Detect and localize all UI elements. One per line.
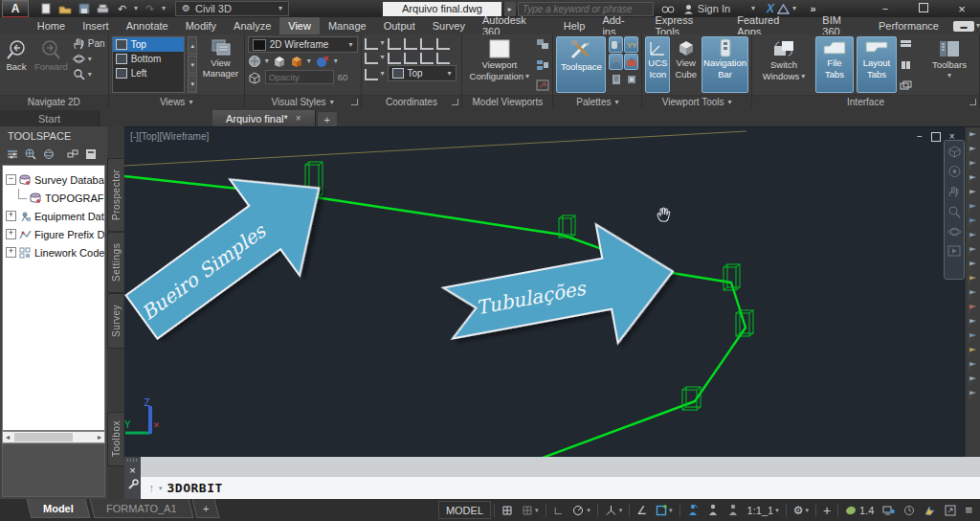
view-cube-toggle-button[interactable]: View Cube: [673, 36, 699, 93]
navbar-showmotion-icon[interactable]: [947, 245, 961, 257]
polar-tracking-toggle[interactable]: ▾: [568, 501, 594, 519]
ucs-object-icon[interactable]: [404, 38, 417, 50]
tree-item-equipment-databases[interactable]: + Equipment Datab...: [3, 207, 104, 225]
new-file-icon[interactable]: [38, 2, 53, 15]
navigation-bar-toggle-button[interactable]: Navigation Bar: [702, 36, 748, 93]
zoom-globe-icon[interactable]: [25, 148, 36, 160]
pipeline-polyline[interactable]: [124, 176, 746, 458]
layout-tab-model[interactable]: Model: [27, 499, 91, 518]
tab-add-ins[interactable]: Add-ins: [593, 17, 646, 34]
survey-tool-icon-16[interactable]: [968, 347, 978, 357]
settings-palette-icon[interactable]: YYY: [624, 36, 638, 53]
undo-icon[interactable]: ↶: [115, 2, 129, 15]
osnap-caret-icon[interactable]: ▾: [669, 507, 673, 514]
dialog-launcher-icon[interactable]: [351, 99, 358, 105]
toolspace-tab-settings[interactable]: Settings: [107, 232, 123, 293]
new-drawing-tab-button[interactable]: +: [318, 112, 337, 126]
navbar-viewcube-icon[interactable]: [947, 145, 962, 158]
textures-icon[interactable]: [290, 55, 303, 68]
visual-styles-panel-caret-icon[interactable]: ▾: [330, 99, 334, 106]
tree-expand-toggle[interactable]: +: [6, 229, 16, 239]
shaded-cube-icon[interactable]: [273, 55, 286, 68]
view-item-left[interactable]: Left: [113, 66, 185, 80]
model-space-toggle[interactable]: MODEL: [438, 501, 491, 519]
survey-tool-icon-8[interactable]: [968, 232, 978, 242]
scrollbar-thumb[interactable]: [14, 433, 73, 442]
close-button[interactable]: ×: [955, 2, 969, 16]
file-tab-start[interactable]: Start: [0, 110, 100, 126]
tab-output[interactable]: Output: [375, 17, 424, 34]
viewport-tools-panel-caret-icon[interactable]: ▾: [728, 99, 732, 106]
open-file-icon[interactable]: [57, 2, 72, 15]
viewport-minimize-icon[interactable]: −: [917, 131, 923, 142]
survey-tool-icon-7[interactable]: [968, 217, 978, 228]
ucs-icon-toggle-button[interactable]: UCS Icon: [645, 36, 670, 93]
tile-horizontally-icon[interactable]: [900, 39, 912, 48]
annotation-monitor-plus-button[interactable]: +: [819, 501, 835, 519]
polar-caret-icon[interactable]: ▾: [587, 507, 590, 514]
minimize-button[interactable]: −: [879, 3, 892, 14]
xray-cube-icon[interactable]: [248, 71, 261, 84]
command-close-icon[interactable]: ×: [129, 464, 135, 476]
publish-globe-icon[interactable]: [43, 148, 55, 160]
link-icon[interactable]: [67, 148, 78, 160]
view-item-top[interactable]: Top: [113, 37, 185, 52]
forward-button[interactable]: Forward: [33, 36, 70, 93]
ucs-z-rotate-icon[interactable]: [420, 53, 434, 64]
autodesk360-caret-icon[interactable]: ▾: [792, 5, 796, 12]
tree-item-linework-code-sets[interactable]: + Linework Code Sets: [3, 243, 104, 261]
survey-tool-icon-6[interactable]: [968, 203, 978, 214]
toolspace-tab-prospector[interactable]: Prospector: [107, 158, 123, 232]
toolbars-button[interactable]: Toolbars ▾: [923, 36, 976, 93]
isodraft-caret-icon[interactable]: ▾: [619, 507, 623, 514]
navbar-pan-icon[interactable]: [947, 185, 961, 198]
restore-viewport-icon[interactable]: [536, 79, 549, 91]
save-icon[interactable]: [77, 2, 91, 15]
toolspace-tab-survey[interactable]: Survey: [107, 293, 123, 349]
plot-icon[interactable]: [96, 2, 110, 15]
tab-modify[interactable]: Modify: [177, 17, 225, 34]
undo-dropdown-icon[interactable]: ▾: [134, 5, 138, 12]
dialog-launcher-icon[interactable]: [452, 99, 458, 105]
navigation-bar[interactable]: [944, 140, 965, 280]
survey-tool-icon-4[interactable]: [968, 174, 978, 185]
survey-settings-icon[interactable]: [7, 148, 18, 160]
command-history-area[interactable]: [141, 457, 980, 478]
survey-tool-icon-10[interactable]: [968, 260, 978, 271]
toolspace-horizontal-scrollbar[interactable]: ◂ ▸: [2, 431, 105, 443]
toolspace-tab-toolbox[interactable]: Toolbox: [107, 412, 123, 466]
customization-menu-button[interactable]: ≡: [961, 501, 976, 519]
grid-caret-icon[interactable]: ▾: [535, 507, 539, 514]
object-snap-toggle[interactable]: ▾: [652, 501, 677, 519]
tab-performance[interactable]: Performance: [870, 17, 947, 34]
orbit-button[interactable]: ▾: [73, 52, 105, 66]
tab-help[interactable]: Help: [555, 17, 594, 34]
command-recent-icon[interactable]: ↑: [148, 482, 154, 495]
join-viewports-icon[interactable]: [536, 59, 549, 71]
ucs-world-icon[interactable]: [365, 38, 378, 50]
scroll-left-icon[interactable]: ◂: [3, 433, 12, 442]
dialog-launcher-icon[interactable]: [969, 99, 976, 105]
navbar-steering-wheel-icon[interactable]: [947, 165, 962, 178]
ucs-world-globe-icon[interactable]: [436, 38, 450, 50]
survey-tool-icon-9[interactable]: [968, 246, 978, 257]
named-viewports-icon[interactable]: [536, 38, 549, 50]
navbar-zoom-icon[interactable]: [947, 205, 961, 218]
tab-insert[interactable]: Insert: [74, 17, 118, 34]
ortho-mode-toggle[interactable]: ∟: [549, 501, 568, 519]
ucs-rotate-icon[interactable]: [388, 53, 401, 64]
named-ucs-dropdown[interactable]: Top ▾: [388, 65, 457, 81]
clean-screen-toggle[interactable]: [941, 501, 960, 519]
tab-featured-apps[interactable]: Featured Apps: [728, 17, 813, 34]
survey-tool-icon-2[interactable]: [968, 146, 978, 156]
ucs-zaxis-icon[interactable]: [404, 53, 417, 64]
survey-tool-icon-5[interactable]: [968, 189, 978, 199]
document-tab-close-icon[interactable]: ×: [296, 113, 301, 124]
tree-item-topografia[interactable]: TOPOGRAFIA: [3, 189, 104, 207]
pan-button[interactable]: Pan: [73, 36, 105, 51]
view-manager-button[interactable]: View Manager: [200, 36, 240, 93]
prospector-palette-icon[interactable]: [609, 36, 623, 53]
annotation-scale-sync-icon[interactable]: [724, 501, 743, 519]
tab-bim-360[interactable]: BIM 360: [813, 17, 870, 34]
object-snap-tracking-toggle[interactable]: ∠: [633, 501, 651, 519]
